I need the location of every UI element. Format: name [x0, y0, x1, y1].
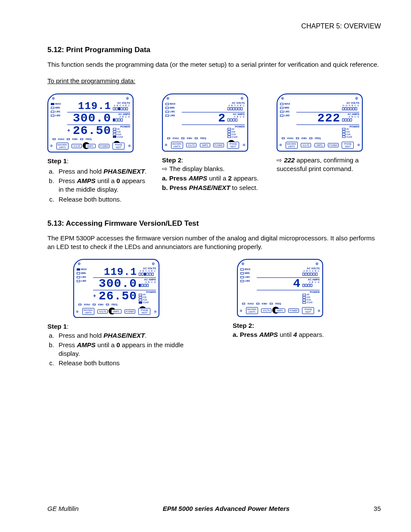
screw-icon: ⊕ [126, 96, 129, 100]
section-5-13-intro: The EPM 5300P accesses the firmware vers… [47, 234, 381, 252]
meter-confirm: ⊕⊕ MAX MIN LM1 LM2 AC VOLTS N N N B C A … [277, 93, 363, 152]
label-lm1: LM1 [81, 275, 86, 279]
button-maxmin-limits[interactable]: MAX/MINLIMITS [171, 142, 183, 149]
display-amps: 222 [318, 112, 340, 124]
button-volts[interactable]: VOLTS [72, 144, 82, 148]
meter-step2: ⊕⊕ MAX MIN LM1 LM2 AC VOLTS A B C A B C … [162, 93, 248, 152]
display-power: 26.50 [73, 125, 111, 137]
label-lm2: LM2 [284, 114, 290, 118]
screw-icon: ⊕ [240, 96, 244, 100]
label-lm2: LM2 [81, 279, 86, 283]
screw-icon: ⊕ [315, 261, 319, 266]
label-lm1: LM1 [170, 110, 175, 114]
screw-icon: ⊕ [152, 261, 155, 266]
screw-icon: ⊕ [240, 309, 243, 313]
screw-icon: ⊕ [355, 96, 358, 100]
display-amps: 300.0 [99, 278, 137, 290]
button-volts[interactable]: VOLTS [97, 309, 108, 314]
label-min: MIN [81, 271, 86, 275]
display-power: 26.50 [99, 290, 137, 302]
button-power[interactable]: POWER [99, 144, 109, 148]
screw-icon: ⊕ [52, 96, 55, 100]
label-freq: FREQ [86, 138, 92, 140]
display-amps: 4 [293, 278, 301, 290]
label-min: MIN [170, 106, 174, 110]
step1-text: Step 1: Press and hold PHASE/NEXT. Press… [47, 157, 152, 204]
button-phase-next[interactable]: PHASENEXT [227, 142, 239, 149]
button-maxmin-limits[interactable]: MAX/MINLIMITS [246, 307, 258, 314]
button-power[interactable]: POWER [213, 143, 224, 147]
label-kwh: KWH [187, 137, 192, 140]
label-min: MIN [284, 106, 289, 110]
label-kvar: KVAR [307, 301, 312, 304]
button-phase-next[interactable]: PHASENEXT [138, 308, 150, 315]
button-power[interactable]: POWER [328, 143, 339, 147]
button-volts[interactable]: VOLTS [186, 143, 196, 147]
button-phase-next[interactable]: PHASENEXT [112, 143, 125, 149]
fw-step2-text: Step 2: a. Press AMPS until 4 appears. [233, 321, 379, 339]
meter-fw-step2: ⊕⊕ MAX MIN LM1 LM2 AC VOLTS A B C A B C … [237, 259, 323, 317]
plus-indicator: + [67, 128, 70, 134]
button-maxmin-limits[interactable]: MAX/MINLIMITS [82, 308, 94, 315]
button-amps[interactable]: AMPS [200, 143, 210, 147]
label-max: MAX [81, 268, 87, 271]
screw-icon: ⊕ [279, 143, 282, 147]
display-amps: 300.0 [73, 112, 111, 124]
page-number: 35 [374, 505, 381, 512]
button-volts[interactable]: VOLTS [261, 308, 271, 313]
button-power[interactable]: POWER [125, 309, 135, 314]
label-kvar: KVAR [232, 136, 237, 138]
fw-step1-text: Step 1: Press and hold PHASE/NEXT. Press… [47, 322, 202, 367]
meter-row-1: ⊕⊕ MAX MIN LM1 LM2 119.1 AC VOLTS A B C … [47, 93, 381, 206]
label-kvar: KVAR [117, 136, 123, 138]
button-power[interactable]: POWER [288, 308, 299, 313]
display-volts: 119.1 [104, 267, 137, 277]
label-abcn: A B C N [227, 115, 245, 118]
label-freq: FREQ [112, 303, 118, 306]
label-abc: A B C A B C [227, 104, 245, 107]
label-lm2: LM2 [245, 279, 250, 283]
label-abcn: A B C N [302, 281, 320, 283]
label-abcn: A B C N [342, 115, 359, 118]
section-5-13-title: 5.13: Accessing Firmware Version/LED Tes… [47, 219, 381, 228]
button-amps[interactable]: AMPS [275, 308, 285, 313]
label-kvah: KVAH [84, 303, 90, 306]
label-min: MIN [55, 106, 60, 110]
screw-icon: ⊕ [281, 96, 284, 100]
screw-icon: ⊕ [128, 144, 131, 148]
button-phase-next[interactable]: PHASENEXT [302, 307, 314, 314]
label-kvah: KVAH [58, 138, 64, 140]
display-amps: 2 [218, 112, 226, 124]
label-lm2: LM2 [55, 114, 60, 118]
chapter-header: CHAPTER 5: OVERVIEW [47, 22, 381, 30]
screw-icon: ⊕ [357, 143, 360, 147]
meter-step1: ⊕⊕ MAX MIN LM1 LM2 119.1 AC VOLTS A B C … [47, 93, 134, 152]
label-abc: A B C A B C [113, 104, 130, 107]
label-kwh: KWH [262, 302, 267, 305]
label-kvah: KVAH [287, 137, 293, 140]
display-volts: 119.1 [78, 101, 111, 112]
label-freq: FREQ [275, 302, 281, 305]
footer-center: EPM 5000 series Advanced Power Meters [163, 505, 290, 512]
button-amps[interactable]: AMPS [111, 309, 121, 314]
label-abcn: A B C N [139, 281, 156, 283]
meter-row-2: ⊕⊕ MAX MIN LM1 LM2 119.1 AC VOLTS A B C … [47, 259, 381, 370]
label-max: MAX [170, 102, 175, 106]
label-nnnbca: N N N B C A [342, 104, 359, 107]
label-kvar: KVAR [143, 301, 149, 304]
screw-icon: ⊕ [165, 143, 168, 147]
label-max: MAX [245, 268, 250, 271]
label-abc: A B C A B C [139, 270, 156, 272]
button-amps[interactable]: AMPS [314, 143, 325, 147]
button-maxmin-limits[interactable]: MAX/MINLIMITS [286, 142, 298, 149]
label-abc: A B C A B C [302, 270, 320, 272]
label-freq: FREQ [315, 137, 321, 140]
label-kvah: KVAH [248, 302, 254, 305]
label-kwh: KWH [98, 303, 103, 306]
screw-icon: ⊕ [318, 309, 321, 313]
button-amps[interactable]: AMPS [85, 144, 96, 148]
screw-icon: ⊕ [78, 261, 81, 266]
button-volts[interactable]: VOLTS [301, 143, 311, 147]
button-maxmin-limits[interactable]: MAX/MINLIMITS [56, 143, 68, 149]
button-phase-next[interactable]: PHASENEXT [342, 142, 354, 149]
